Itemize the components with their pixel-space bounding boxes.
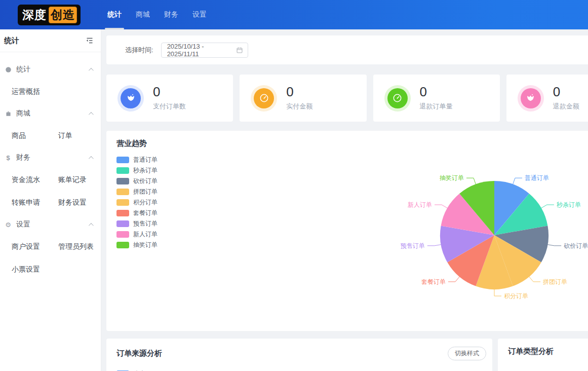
pie-label-line bbox=[494, 289, 501, 296]
sidebar-item-transfer-apply[interactable]: 转账申请 bbox=[12, 198, 58, 207]
stat-card-paid-amount: 0实付金额 bbox=[240, 75, 366, 122]
legend-swatch bbox=[116, 178, 129, 184]
trend-pie-chart[interactable]: 普通订单秒杀订单砍价订单拼团订单积分订单套餐订单预售订单新人订单抽奖订单 bbox=[370, 153, 588, 325]
sidebar-item-bill-records[interactable]: 账单记录 bbox=[58, 175, 94, 184]
sidebar-item-orders[interactable]: 订单 bbox=[58, 131, 94, 140]
calendar-icon[interactable] bbox=[236, 47, 243, 54]
chevron-up-icon bbox=[89, 156, 94, 161]
sidebar-title: 统计 bbox=[4, 36, 19, 46]
sidebar-item-capital-flow[interactable]: 资金流水 bbox=[12, 175, 58, 184]
legend-label: 积分订单 bbox=[133, 198, 158, 207]
sidebar-section-label: 设置 bbox=[16, 220, 89, 229]
legend-label: 秒杀订单 bbox=[133, 166, 158, 175]
order-type-panel: 订单类型分析 bbox=[498, 339, 588, 371]
stat-icon-halo bbox=[251, 85, 277, 112]
legend-label: 拼团订单 bbox=[133, 188, 158, 196]
tab-mall[interactable]: 商城 bbox=[135, 0, 150, 29]
menu-fold-icon[interactable] bbox=[86, 36, 94, 45]
legend-swatch bbox=[116, 157, 129, 163]
stat-icon-halo bbox=[117, 85, 144, 112]
sidebar-item-operation-overview[interactable]: 运营概括 bbox=[12, 87, 58, 96]
main-content: 选择时间: 2025/10/13 - 2025/11/11 0支付订单数0实付金… bbox=[101, 29, 588, 371]
order-type-title: 订单类型分析 bbox=[508, 347, 588, 356]
legend-swatch bbox=[116, 210, 129, 216]
pie-label-line bbox=[529, 276, 540, 282]
pie-label-line bbox=[435, 205, 448, 208]
filter-panel: 选择时间: 2025/10/13 - 2025/11/11 bbox=[106, 35, 588, 64]
pie-dot-icon bbox=[4, 66, 12, 73]
pie-label: 拼团订单 bbox=[542, 278, 567, 285]
trend-panel: 营业趋势 普通订单秒杀订单砍价订单拼团订单积分订单套餐订单预售订单新人订单抽奖订… bbox=[106, 131, 588, 331]
legend-swatch bbox=[116, 242, 129, 248]
date-range-value: 2025/10/13 - 2025/11/11 bbox=[167, 43, 236, 58]
sidebar-section-head-settings[interactable]: ⚙设置 bbox=[4, 220, 94, 229]
stat-icon-halo bbox=[384, 85, 411, 112]
chevron-up-icon bbox=[89, 67, 94, 72]
legend-label: 普通订单 bbox=[133, 156, 158, 164]
flower-icon bbox=[521, 88, 541, 108]
stat-label: 退款金额 bbox=[553, 102, 579, 111]
gauge-icon bbox=[254, 88, 274, 108]
stat-text: 0实付金额 bbox=[286, 85, 312, 111]
pie-label: 积分订单 bbox=[504, 292, 528, 300]
date-range-input[interactable]: 2025/10/13 - 2025/11/11 bbox=[161, 43, 248, 58]
order-source-legend: 公众号 bbox=[116, 368, 486, 371]
trend-title: 营业趋势 bbox=[116, 139, 588, 149]
pie-label: 套餐订单 bbox=[421, 278, 446, 285]
pie-label: 砍价订单 bbox=[564, 242, 588, 249]
date-range-label: 选择时间: bbox=[125, 46, 153, 55]
sidebar-item-goods[interactable]: 商品 bbox=[12, 131, 58, 140]
pie-label-line bbox=[448, 276, 460, 282]
legend-label: 新人订单 bbox=[133, 230, 158, 239]
tab-settings[interactable]: 设置 bbox=[192, 0, 207, 29]
sidebar-section-head-stats[interactable]: 统计 bbox=[4, 65, 94, 74]
legend-label: 预售订单 bbox=[133, 219, 158, 228]
sidebar-section-finance: $财务资金流水账单记录转账申请财务设置 bbox=[4, 153, 94, 207]
bottom-row: 订单来源分析 切换样式 公众号 订单类型分析 bbox=[106, 339, 588, 371]
legend-label: 套餐订单 bbox=[133, 209, 158, 217]
sidebar-section-head-finance[interactable]: $财务 bbox=[4, 153, 94, 162]
gear-icon: ⚙ bbox=[4, 221, 12, 228]
sidebar-item-merchant-settings[interactable]: 商户设置 bbox=[12, 242, 58, 251]
stat-value: 0 bbox=[286, 85, 312, 98]
top-nav: 统计商城财务设置 bbox=[107, 0, 220, 29]
pie-label-line bbox=[541, 205, 554, 208]
stat-text: 0退款订单量 bbox=[420, 85, 453, 111]
sidebar-item-finance-settings[interactable]: 财务设置 bbox=[58, 198, 94, 207]
brand-logo-text-2: 创造 bbox=[49, 7, 77, 23]
stats-row: 0支付订单数0实付金额0退款订单量0退款金额 bbox=[106, 75, 588, 122]
stat-card-paid-order-count: 0支付订单数 bbox=[106, 75, 233, 122]
brand-logo-text-1: 深度 bbox=[21, 7, 48, 23]
pie-label-line bbox=[427, 244, 442, 245]
stat-card-refund-order-count: 0退款订单量 bbox=[373, 75, 500, 122]
stat-card-refund-amount: 0退款金额 bbox=[506, 75, 588, 122]
stat-icon-halo bbox=[518, 85, 544, 112]
pie-label: 预售订单 bbox=[401, 242, 425, 249]
shop-icon bbox=[4, 110, 12, 117]
sidebar-section-label: 商城 bbox=[16, 109, 89, 118]
pie-label-line bbox=[547, 244, 561, 245]
legend-swatch bbox=[116, 199, 129, 206]
sidebar-item-receipt-settings[interactable]: 小票设置 bbox=[12, 265, 58, 274]
legend-swatch bbox=[116, 231, 129, 238]
pie-label: 秒杀订单 bbox=[556, 201, 581, 208]
legend-label: 抽奖订单 bbox=[133, 241, 158, 249]
stat-value: 0 bbox=[420, 85, 453, 98]
legend-item[interactable]: 公众号 bbox=[116, 368, 486, 371]
legend-swatch bbox=[116, 167, 129, 174]
chevron-up-icon bbox=[89, 222, 94, 228]
stat-label: 实付金额 bbox=[286, 102, 312, 111]
sidebar-section-head-mall[interactable]: 商城 bbox=[4, 109, 94, 118]
sidebar-item-admin-list[interactable]: 管理员列表 bbox=[58, 242, 94, 251]
sidebar: 统计 统计运营概括商城商品订单$财务资金流水账单记录转账申请财务设置⚙设置商户设… bbox=[0, 29, 101, 371]
toggle-style-button[interactable]: 切换样式 bbox=[448, 347, 486, 360]
stat-value: 0 bbox=[553, 85, 579, 98]
sidebar-section-label: 财务 bbox=[16, 153, 89, 162]
sidebar-header: 统计 bbox=[0, 29, 101, 52]
stat-text: 0退款金额 bbox=[553, 85, 579, 111]
tab-stats[interactable]: 统计 bbox=[107, 0, 122, 29]
legend-swatch bbox=[116, 189, 129, 195]
dollar-icon: $ bbox=[4, 154, 12, 162]
tab-finance[interactable]: 财务 bbox=[164, 0, 179, 29]
pie-label-line bbox=[466, 178, 476, 184]
